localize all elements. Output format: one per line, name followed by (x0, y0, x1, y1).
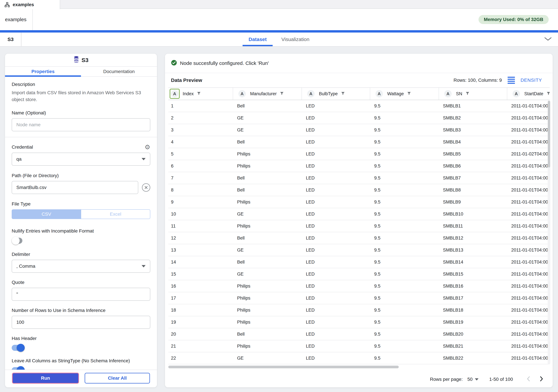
filter-icon[interactable] (341, 91, 345, 96)
table-cell: SMBLB10 (439, 208, 507, 220)
filter-icon[interactable] (280, 91, 284, 96)
table-row[interactable]: 22GELED9.5SMBLB222011-01-01T04:00: (168, 352, 550, 364)
vertical-scrollbar-thumb[interactable] (548, 101, 550, 168)
table-row[interactable]: 18PhilipsLED9.5SMBLB182011-01-01T04:00: (168, 304, 550, 316)
table-cell: GE (233, 244, 302, 256)
app-tab-examples[interactable]: examples (0, 0, 60, 9)
tab-visualization[interactable]: Visualization (279, 33, 311, 46)
table-row[interactable]: 8BellLED9.5SMBLB82011-01-01T04:00: (168, 184, 550, 196)
horizontal-scrollbar-thumb[interactable] (168, 366, 399, 368)
filter-icon[interactable] (197, 91, 201, 96)
data-preview-panel: Node succesfully configured. Click 'Run'… (165, 54, 553, 387)
rows-schema-input[interactable] (12, 316, 150, 329)
column-header-wattage[interactable]: AWattage (370, 88, 439, 100)
previous-page-button[interactable] (526, 376, 531, 383)
column-type-badge[interactable]: A (237, 89, 247, 99)
vertical-scrollbar[interactable] (548, 100, 550, 364)
table-row[interactable]: 11PhilipsLED9.5SMBLB112011-01-01T04:00: (168, 220, 550, 232)
column-header-sn[interactable]: ASN (439, 88, 507, 100)
next-page-button[interactable] (539, 376, 544, 383)
string-type-icon: A (513, 90, 520, 97)
table-row[interactable]: 14BellLED9.5SMBLB142011-01-01T04:00: (168, 256, 550, 268)
table-row[interactable]: 17PhilipsLED9.5SMBLB172011-01-01T04:00: (168, 292, 550, 304)
file-type-csv[interactable]: CSV (12, 209, 81, 219)
table-cell: Philips (233, 292, 302, 304)
clear-path-icon[interactable]: ✕ (142, 183, 150, 192)
filter-icon[interactable] (546, 91, 550, 96)
node-name-input[interactable] (12, 118, 150, 131)
quote-input[interactable] (12, 288, 150, 301)
table-cell: 9.5 (370, 184, 439, 196)
table-row[interactable]: 19PhilipsLED9.5SMBLB192011-01-01T04:00: (168, 316, 550, 328)
column-header-index[interactable]: AIndex (168, 88, 233, 100)
table-row[interactable]: 9PhilipsLED9.5SMBLB92011-01-01T04:00: (168, 196, 550, 208)
filter-icon[interactable] (407, 91, 411, 96)
table-row[interactable]: 15GELED9.5SMBLB152011-01-01T04:00: (168, 268, 550, 280)
column-header-manufacturer[interactable]: AManufacturer (233, 88, 302, 100)
rows-per-page-select[interactable]: 50 (467, 377, 479, 382)
delimiter-select[interactable]: , Comma (12, 260, 150, 273)
table-row[interactable]: 3GELED9.5SMBLB32011-01-01T04:00: (168, 124, 550, 136)
has-header-toggle[interactable] (12, 345, 25, 351)
rows-per-page-label: Rows per page: (430, 377, 463, 382)
table-cell: 18 (168, 304, 233, 316)
table-cell: 2011-01-01T04:00: (507, 316, 550, 328)
table-cell: LED (302, 112, 370, 124)
gear-icon[interactable]: ⚙ (145, 144, 150, 150)
credential-select[interactable]: qa (12, 153, 150, 166)
column-header-bulbtype[interactable]: ABulbType (302, 88, 370, 100)
table-row[interactable]: 2GELED9.5SMBLB22011-01-01T04:00: (168, 112, 550, 124)
table-row[interactable]: 1BellLED9.5SMBLB12011-01-01T04:00: (168, 100, 550, 112)
path-label: Path (File or Directory) (12, 173, 150, 178)
table-cell: LED (302, 136, 370, 148)
table-cell: SMBLB15 (439, 268, 507, 280)
column-type-badge[interactable]: A (511, 89, 521, 99)
filter-icon[interactable] (465, 91, 470, 96)
table-cell: LED (302, 100, 370, 112)
table-cell: 4 (168, 136, 233, 148)
horizontal-scrollbar[interactable] (168, 366, 550, 368)
column-type-badge[interactable]: A (443, 89, 453, 99)
table-row[interactable]: 6PhilipsLED9.5SMBLB62011-01-01T04:00: (168, 160, 550, 172)
table-row[interactable]: 13GELED9.5SMBLB132011-01-01T04:00: (168, 244, 550, 256)
collapse-panel-button[interactable] (544, 36, 552, 42)
table-cell: 2 (168, 112, 233, 124)
table-row[interactable]: 5PhilipsLED9.5SMBLB52011-01-02T04:00: (168, 148, 550, 160)
tab-documentation[interactable]: Documentation (81, 67, 157, 77)
table-cell: 9.5 (370, 100, 439, 112)
column-type-badge[interactable]: A (306, 89, 316, 99)
rows-columns-summary: Rows: 100, Columns: 9 (453, 77, 502, 83)
table-row[interactable]: 7BellLED9.5SMBLB72011-01-01T04:00: (168, 172, 550, 184)
workspace-name[interactable]: examples (0, 9, 33, 30)
table-cell: 9.5 (370, 256, 439, 268)
table-row[interactable]: 12BellLED9.5SMBLB122011-01-01T04:00: (168, 232, 550, 244)
run-button[interactable]: Run (12, 373, 79, 384)
clear-all-button[interactable]: Clear All (85, 373, 150, 383)
nullify-toggle[interactable] (12, 238, 25, 244)
table-row[interactable]: 16PhilipsLED9.5SMBLB162011-01-01T04:00: (168, 280, 550, 292)
table-cell: 3 (168, 124, 233, 136)
toggle-knob (17, 344, 25, 352)
file-type-excel[interactable]: Excel (81, 209, 150, 219)
density-icon[interactable] (508, 77, 515, 84)
column-type-badge[interactable]: A (170, 89, 180, 99)
node-tab-s3[interactable]: S3 (0, 33, 21, 46)
table-cell: 5 (168, 148, 233, 160)
preview-header: Data Preview Rows: 100, Columns: 9 DENSI… (165, 73, 553, 87)
path-input[interactable] (12, 181, 138, 194)
table-row[interactable]: 20BellLED9.5SMBLB202011-01-01T04:00: (168, 328, 550, 340)
table-cell: SMBLB17 (439, 292, 507, 304)
column-type-badge[interactable]: A (374, 89, 384, 99)
density-button[interactable]: DENSITY (521, 77, 542, 83)
table-row[interactable]: 21PhilipsLED9.5SMBLB212011-01-01T04:00: (168, 340, 550, 352)
table-cell: SMBLB11 (439, 220, 507, 232)
table-cell: SMBLB1 (439, 100, 507, 112)
tab-properties[interactable]: Properties (5, 67, 81, 77)
table-row[interactable]: 10GELED9.5SMBLB102011-01-01T04:00: (168, 208, 550, 220)
table-cell: 2011-01-01T04:00: (507, 352, 550, 364)
table-cell: 9.5 (370, 232, 439, 244)
tab-dataset[interactable]: Dataset (247, 33, 269, 46)
table-row[interactable]: 4BellLED9.5SMBLB42011-01-01T04:00: (168, 136, 550, 148)
table-cell: Philips (233, 160, 302, 172)
column-header-startdate[interactable]: AStartDate (507, 88, 550, 100)
